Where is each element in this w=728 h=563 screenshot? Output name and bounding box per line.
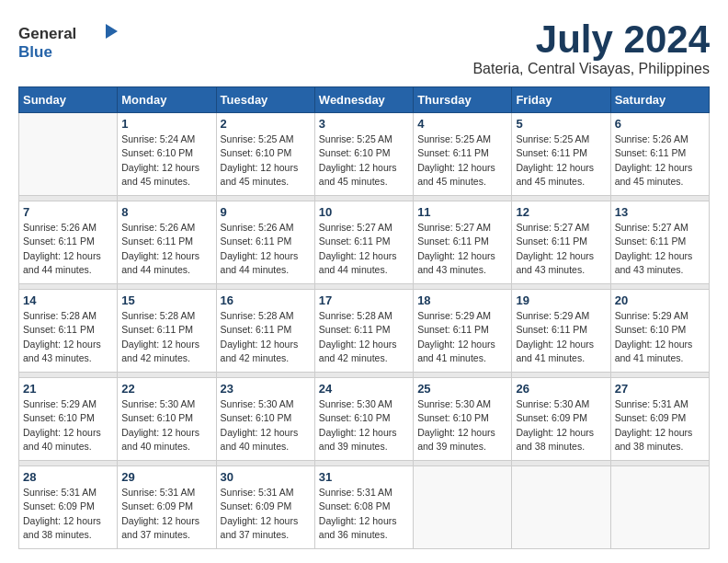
day-info: Sunrise: 5:29 AMSunset: 6:11 PMDaylight:… — [516, 309, 606, 365]
calendar-day-cell: 16Sunrise: 5:28 AMSunset: 6:11 PMDayligh… — [216, 290, 314, 373]
calendar-day-cell: 25Sunrise: 5:30 AMSunset: 6:10 PMDayligh… — [414, 378, 512, 461]
day-number: 3 — [319, 117, 409, 131]
day-info: Sunrise: 5:26 AMSunset: 6:11 PMDaylight:… — [221, 221, 311, 277]
day-info: Sunrise: 5:25 AMSunset: 6:10 PMDaylight:… — [221, 132, 311, 189]
calendar-day-cell: 21Sunrise: 5:29 AMSunset: 6:10 PMDayligh… — [19, 378, 118, 461]
day-number: 21 — [23, 382, 113, 396]
title-section: July 2024 Bateria, Central Visayas, Phil… — [472, 18, 710, 77]
day-info: Sunrise: 5:30 AMSunset: 6:09 PMDaylight:… — [516, 397, 606, 454]
calendar-day-cell: 24Sunrise: 5:30 AMSunset: 6:10 PMDayligh… — [314, 378, 413, 461]
day-number: 22 — [121, 382, 211, 396]
calendar-day-cell: 4Sunrise: 5:25 AMSunset: 6:11 PMDaylight… — [414, 113, 512, 196]
header: General Blue July 2024 Bateria, Central … — [18, 18, 710, 77]
day-number: 19 — [516, 293, 606, 307]
calendar-table: SundayMondayTuesdayWednesdayThursdayFrid… — [18, 86, 710, 549]
calendar-day-cell — [414, 466, 512, 549]
calendar-day-cell: 22Sunrise: 5:30 AMSunset: 6:10 PMDayligh… — [118, 378, 216, 461]
calendar-day-cell: 30Sunrise: 5:31 AMSunset: 6:09 PMDayligh… — [216, 466, 314, 549]
day-info: Sunrise: 5:31 AMSunset: 6:09 PMDaylight:… — [121, 486, 211, 542]
day-info: Sunrise: 5:28 AMSunset: 6:11 PMDaylight:… — [121, 309, 211, 365]
day-info: Sunrise: 5:31 AMSunset: 6:09 PMDaylight:… — [615, 397, 705, 454]
day-number: 2 — [221, 117, 311, 131]
day-info: Sunrise: 5:28 AMSunset: 6:11 PMDaylight:… — [221, 309, 311, 365]
day-number: 29 — [121, 470, 211, 484]
calendar-day-cell: 14Sunrise: 5:28 AMSunset: 6:11 PMDayligh… — [19, 290, 118, 373]
day-number: 4 — [417, 117, 507, 131]
calendar-day-cell: 28Sunrise: 5:31 AMSunset: 6:09 PMDayligh… — [19, 466, 118, 549]
day-info: Sunrise: 5:28 AMSunset: 6:11 PMDaylight:… — [319, 309, 409, 365]
calendar-week-row: 28Sunrise: 5:31 AMSunset: 6:09 PMDayligh… — [19, 466, 710, 549]
location-subtitle: Bateria, Central Visayas, Philippines — [472, 61, 710, 77]
calendar-week-row: 1Sunrise: 5:24 AMSunset: 6:10 PMDaylight… — [19, 113, 710, 196]
logo: General Blue — [18, 18, 119, 68]
day-info: Sunrise: 5:30 AMSunset: 6:10 PMDaylight:… — [319, 397, 409, 454]
calendar-day-cell: 13Sunrise: 5:27 AMSunset: 6:11 PMDayligh… — [610, 201, 709, 284]
day-number: 7 — [23, 205, 113, 219]
day-number: 12 — [516, 205, 606, 219]
calendar-week-row: 7Sunrise: 5:26 AMSunset: 6:11 PMDaylight… — [19, 201, 710, 284]
day-info: Sunrise: 5:30 AMSunset: 6:10 PMDaylight:… — [121, 397, 211, 454]
day-number: 26 — [516, 382, 606, 396]
calendar-day-cell: 31Sunrise: 5:31 AMSunset: 6:08 PMDayligh… — [314, 466, 413, 549]
day-info: Sunrise: 5:28 AMSunset: 6:11 PMDaylight:… — [23, 309, 113, 365]
day-number: 9 — [221, 205, 311, 219]
calendar-day-cell: 12Sunrise: 5:27 AMSunset: 6:11 PMDayligh… — [512, 201, 610, 284]
calendar-weekday-header: Saturday — [610, 87, 709, 113]
calendar-weekday-header: Thursday — [414, 87, 512, 113]
calendar-day-cell: 17Sunrise: 5:28 AMSunset: 6:11 PMDayligh… — [314, 290, 413, 373]
day-info: Sunrise: 5:31 AMSunset: 6:08 PMDaylight:… — [319, 486, 409, 542]
calendar-week-row: 21Sunrise: 5:29 AMSunset: 6:10 PMDayligh… — [19, 378, 710, 461]
day-number: 1 — [121, 117, 211, 131]
calendar-day-cell: 8Sunrise: 5:26 AMSunset: 6:11 PMDaylight… — [118, 201, 216, 284]
day-info: Sunrise: 5:26 AMSunset: 6:11 PMDaylight:… — [23, 221, 113, 277]
calendar-day-cell: 10Sunrise: 5:27 AMSunset: 6:11 PMDayligh… — [314, 201, 413, 284]
day-number: 11 — [417, 205, 507, 219]
day-number: 18 — [417, 293, 507, 307]
day-number: 14 — [23, 293, 113, 307]
calendar-day-cell: 6Sunrise: 5:26 AMSunset: 6:11 PMDaylight… — [610, 113, 709, 196]
day-number: 17 — [319, 293, 409, 307]
calendar-weekday-header: Friday — [512, 87, 610, 113]
calendar-day-cell: 5Sunrise: 5:25 AMSunset: 6:11 PMDaylight… — [512, 113, 610, 196]
day-number: 6 — [615, 117, 705, 131]
day-info: Sunrise: 5:25 AMSunset: 6:10 PMDaylight:… — [319, 132, 409, 189]
logo-graphic: General Blue — [18, 18, 119, 68]
svg-marker-1 — [106, 24, 118, 39]
calendar-day-cell: 29Sunrise: 5:31 AMSunset: 6:09 PMDayligh… — [118, 466, 216, 549]
calendar-header-row: SundayMondayTuesdayWednesdayThursdayFrid… — [19, 87, 710, 113]
day-number: 15 — [121, 293, 211, 307]
calendar-day-cell: 27Sunrise: 5:31 AMSunset: 6:09 PMDayligh… — [610, 378, 709, 461]
day-number: 28 — [23, 470, 113, 484]
calendar-weekday-header: Wednesday — [314, 87, 413, 113]
day-info: Sunrise: 5:29 AMSunset: 6:10 PMDaylight:… — [23, 397, 113, 454]
calendar-day-cell: 20Sunrise: 5:29 AMSunset: 6:10 PMDayligh… — [610, 290, 709, 373]
calendar-day-cell: 2Sunrise: 5:25 AMSunset: 6:10 PMDaylight… — [216, 113, 314, 196]
calendar-day-cell: 1Sunrise: 5:24 AMSunset: 6:10 PMDaylight… — [118, 113, 216, 196]
calendar-weekday-header: Tuesday — [216, 87, 314, 113]
day-number: 30 — [221, 470, 311, 484]
calendar-day-cell: 7Sunrise: 5:26 AMSunset: 6:11 PMDaylight… — [19, 201, 118, 284]
day-info: Sunrise: 5:27 AMSunset: 6:11 PMDaylight:… — [417, 221, 507, 277]
calendar-day-cell: 9Sunrise: 5:26 AMSunset: 6:11 PMDaylight… — [216, 201, 314, 284]
day-number: 23 — [221, 382, 311, 396]
svg-text:General: General — [18, 25, 76, 42]
day-info: Sunrise: 5:27 AMSunset: 6:11 PMDaylight:… — [516, 221, 606, 277]
calendar-day-cell: 19Sunrise: 5:29 AMSunset: 6:11 PMDayligh… — [512, 290, 610, 373]
calendar-day-cell: 26Sunrise: 5:30 AMSunset: 6:09 PMDayligh… — [512, 378, 610, 461]
calendar-day-cell: 15Sunrise: 5:28 AMSunset: 6:11 PMDayligh… — [118, 290, 216, 373]
calendar-day-cell: 3Sunrise: 5:25 AMSunset: 6:10 PMDaylight… — [314, 113, 413, 196]
day-number: 13 — [615, 205, 705, 219]
day-info: Sunrise: 5:31 AMSunset: 6:09 PMDaylight:… — [23, 486, 113, 542]
day-info: Sunrise: 5:25 AMSunset: 6:11 PMDaylight:… — [417, 132, 507, 189]
day-number: 10 — [319, 205, 409, 219]
calendar-day-cell — [19, 113, 118, 196]
day-info: Sunrise: 5:31 AMSunset: 6:09 PMDaylight:… — [221, 486, 311, 542]
day-info: Sunrise: 5:30 AMSunset: 6:10 PMDaylight:… — [221, 397, 311, 454]
day-number: 27 — [615, 382, 705, 396]
calendar-day-cell — [610, 466, 709, 549]
day-number: 16 — [221, 293, 311, 307]
svg-text:Blue: Blue — [18, 43, 52, 61]
calendar-day-cell: 11Sunrise: 5:27 AMSunset: 6:11 PMDayligh… — [414, 201, 512, 284]
day-info: Sunrise: 5:26 AMSunset: 6:11 PMDaylight:… — [121, 221, 211, 277]
day-info: Sunrise: 5:29 AMSunset: 6:11 PMDaylight:… — [417, 309, 507, 365]
